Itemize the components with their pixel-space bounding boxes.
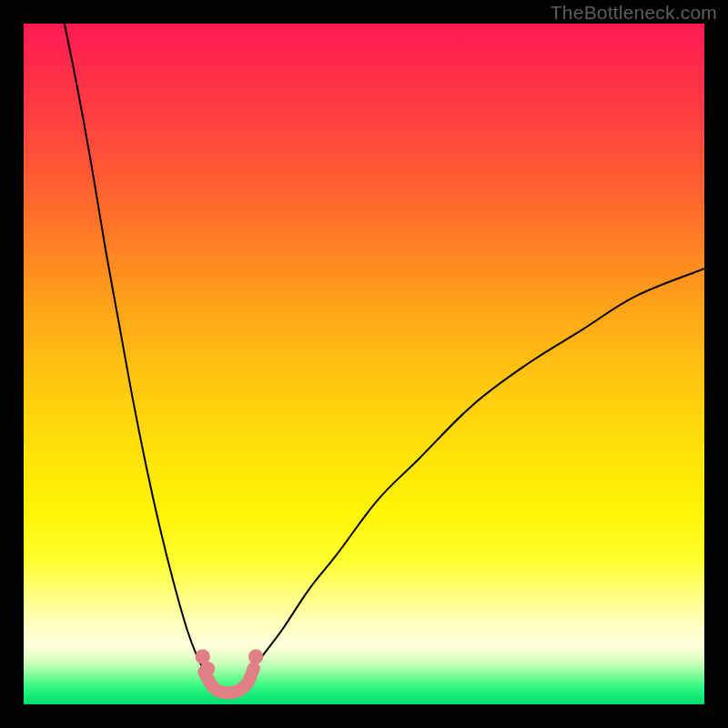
outer-frame: TheBottleneck.com [0,0,728,728]
left-branch-curve [65,24,207,677]
curve-overlay [24,24,704,704]
right-branch-curve [248,268,704,677]
watermark-text: TheBottleneck.com [551,2,717,24]
plot-area [24,24,704,704]
marker-right-dot [248,649,263,663]
marker-left-dot-lower [200,662,215,676]
